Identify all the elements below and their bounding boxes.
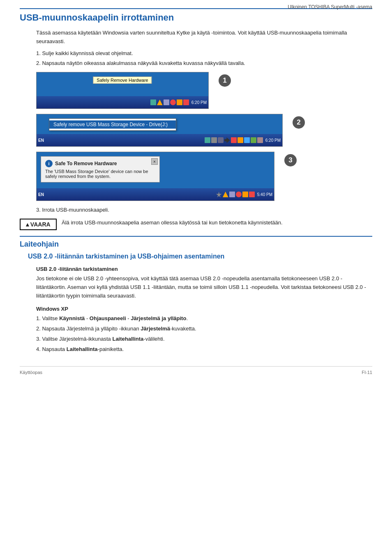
tb-icon2-b: [218, 137, 224, 143]
notif-title-text: Safe To Remove Hardware: [55, 161, 117, 166]
ss1-taskbar: 6:20 PM: [37, 96, 208, 108]
tb-icon2-h: [257, 137, 263, 143]
tb-icon3-b: [223, 192, 228, 197]
tb-icon3-c: [229, 192, 235, 197]
tooltip-label: Safely Remove Hardware: [93, 76, 152, 84]
usb-check-text: Jos tietokone ei ole USB 2.0 -yhteensopi…: [36, 275, 372, 300]
ss3-en-label: EN: [38, 192, 44, 197]
intro-text: Tässä asemassa käytetään Windowsia varte…: [36, 29, 372, 46]
winxp-step1: 1. Valitse Käynnistä - Ohjauspaneeli - J…: [36, 314, 372, 323]
tb-icon2-f: [244, 137, 250, 143]
footer-right: FI-11: [362, 370, 372, 375]
step-number-3: 3: [284, 154, 297, 166]
step-number-2: 2: [293, 116, 305, 129]
context-menu: Safely remove USB Mass Storage Device - …: [49, 118, 176, 131]
tb-icon-alert: [157, 99, 163, 105]
ss2-en-label: EN: [38, 138, 44, 143]
subsection-title: USB 2.0 -liitännän tarkistaminen ja USB-…: [28, 253, 372, 260]
context-menu-item: Safely remove USB Mass Storage Device - …: [49, 120, 176, 129]
tb-icon-net: [177, 99, 182, 105]
winxp-step2: 2. Napsauta Järjestelmä ja ylläpito -ikk…: [36, 325, 372, 333]
tb-icon3-f: [249, 192, 255, 197]
step1-text: 1. Sulje kaikki käynnissä olevat ohjelma…: [36, 49, 372, 58]
section1-title: USB-muunnoskaapelin irrottaminen: [20, 8, 372, 23]
tb-icon3-e: [242, 192, 248, 197]
ss1-desktop: Safely Remove Hardware: [37, 72, 208, 96]
ss2-time: 6:20 PM: [265, 138, 281, 143]
step3-text: 3. Irrota USB-muunnoskaapeli.: [36, 206, 372, 215]
screenshot-2-wrapper: Safely remove USB Mass Storage Device - …: [36, 114, 299, 147]
tb-icon2-e: [238, 137, 243, 143]
notif-title-row: i Safe To Remove Hardware: [45, 160, 155, 167]
tb-icon2-c: [224, 137, 230, 143]
ss2-desktop: Safely remove USB Mass Storage Device - …: [37, 114, 282, 134]
notif-close-button[interactable]: ×: [151, 158, 158, 165]
warning-box: ▲VAARA Älä irrota USB-muunnoskaapelia as…: [20, 219, 372, 230]
ss2-taskbar: EN 6:20 PM: [37, 134, 282, 146]
winxp-step4: 4. Napsauta Laitehallinta-painiketta.: [36, 345, 372, 354]
ss1-tb-icons: 6:20 PM: [150, 99, 207, 105]
screenshot-1-wrapper: Safely Remove Hardware 6:20 PM 1: [36, 72, 225, 109]
section2-title: Laiteohjain: [20, 236, 372, 249]
ss3-tb-icons: 5:40 PM: [216, 192, 272, 197]
ss2-tb-icons: 6:20 PM: [205, 137, 281, 143]
page: Ulkoinen TOSHIBA SuperMulti -asema USB-m…: [0, 0, 392, 554]
screenshot-3: i Safe To Remove Hardware × The 'USB Mas…: [36, 152, 274, 201]
step2-text: 2. Napsauta näytön oikeassa alakulmassa …: [36, 59, 372, 68]
usb-check-heading: USB 2.0 -liitännän tarkistaminen: [36, 266, 372, 272]
screenshot-2: Safely remove USB Mass Storage Device - …: [36, 114, 283, 147]
footer-left: Käyttöopas: [20, 370, 42, 375]
warning-badge: ▲VAARA: [20, 219, 57, 230]
ss3-desktop: i Safe To Remove Hardware × The 'USB Mas…: [37, 152, 274, 188]
tb-icon2-usb: [205, 137, 210, 143]
tb-icon-pwr: [170, 99, 176, 105]
tb-icon3-a: [216, 192, 222, 197]
tb-icon-usb: [150, 99, 156, 105]
notif-icon: i: [45, 160, 53, 167]
winxp-heading: Windows XP: [36, 306, 372, 312]
tb-icon-x: [183, 99, 189, 105]
warning-text: Älä irrota USB-muunnoskaapelia aseman ol…: [62, 219, 283, 227]
screenshot-1: Safely Remove Hardware 6:20 PM: [36, 72, 209, 109]
notif-body-text: The 'USB Mass Storage Device' device can…: [45, 169, 155, 179]
tb-icon2-d: [231, 137, 237, 143]
tb-icon2-a: [211, 137, 217, 143]
screenshot-3-wrapper: i Safe To Remove Hardware × The 'USB Mas…: [36, 152, 291, 201]
ss1-time: 6:20 PM: [191, 100, 207, 105]
top-right-label: Ulkoinen TOSHIBA SuperMulti -asema: [288, 4, 372, 10]
winxp-step3: 3. Valitse Järjestelmä-ikkunasta Laiteha…: [36, 335, 372, 344]
footer: Käyttöopas FI-11: [20, 366, 372, 375]
notification-box: i Safe To Remove Hardware × The 'USB Mas…: [41, 156, 160, 182]
tb-icon-vol: [164, 99, 169, 105]
ss3-taskbar: EN 5:40 PM: [37, 188, 274, 201]
ss3-time: 5:40 PM: [257, 192, 272, 197]
tb-icon3-d: [236, 192, 242, 197]
step-number-1: 1: [219, 74, 231, 87]
tb-icon2-g: [251, 137, 256, 143]
